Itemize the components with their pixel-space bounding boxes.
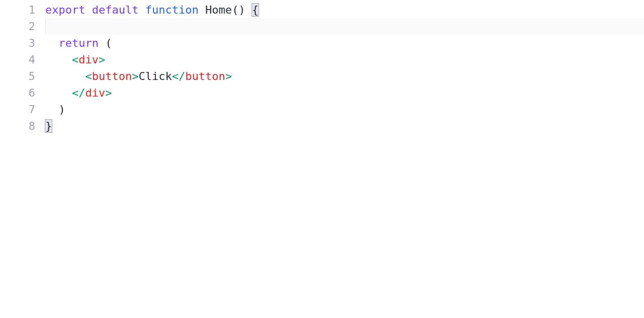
- tag-bracket: </: [72, 87, 86, 99]
- line-number: 5: [0, 68, 35, 85]
- code-line-5[interactable]: <button>Click</button>: [45, 68, 644, 85]
- line-gutter: 1 2 3 4 5 6 7 8: [0, 0, 45, 318]
- tag-bracket: >: [132, 70, 138, 83]
- line-number: 3: [0, 35, 35, 51]
- line-number: 2: [0, 18, 35, 35]
- line-number: 7: [0, 101, 35, 118]
- tag-bracket: <: [85, 70, 92, 83]
- tag-div: div: [78, 53, 99, 66]
- code-line-4[interactable]: <div>: [45, 51, 644, 68]
- tag-bracket: <: [72, 53, 78, 66]
- line-number: 6: [0, 85, 35, 101]
- tag-div-close: div: [85, 87, 105, 99]
- code-line-3[interactable]: return (: [45, 35, 644, 51]
- line-number: 8: [0, 118, 35, 134]
- code-line-1[interactable]: export default function Home() {: [45, 2, 644, 18]
- tag-bracket: </: [172, 70, 186, 83]
- code-editor[interactable]: 1 2 3 4 5 6 7 8 export default function …: [0, 0, 644, 318]
- paren-open: (: [105, 37, 112, 49]
- tag-bracket: >: [225, 70, 232, 83]
- code-line-6[interactable]: </div>: [45, 85, 644, 101]
- paren-close: ): [59, 103, 65, 116]
- line-number: 4: [0, 51, 35, 68]
- brace-open: {: [252, 4, 259, 16]
- brace-close: }: [45, 120, 52, 132]
- keyword-return: return: [59, 37, 99, 49]
- code-line-8[interactable]: }: [45, 118, 644, 134]
- tag-bracket: >: [105, 87, 112, 99]
- tag-button: button: [92, 70, 132, 83]
- text-click: Click: [138, 70, 172, 83]
- function-name: Home: [205, 4, 232, 16]
- tag-bracket: >: [99, 53, 105, 66]
- keyword-export: export: [45, 4, 85, 16]
- code-line-2[interactable]: [45, 18, 644, 35]
- keyword-function: function: [145, 4, 199, 16]
- keyword-default: default: [92, 4, 139, 16]
- code-area[interactable]: export default function Home() { return …: [45, 0, 644, 318]
- line-number: 1: [0, 2, 35, 18]
- parens: (): [232, 4, 246, 16]
- tag-button-close: button: [185, 70, 225, 83]
- code-line-7[interactable]: ): [45, 101, 644, 118]
